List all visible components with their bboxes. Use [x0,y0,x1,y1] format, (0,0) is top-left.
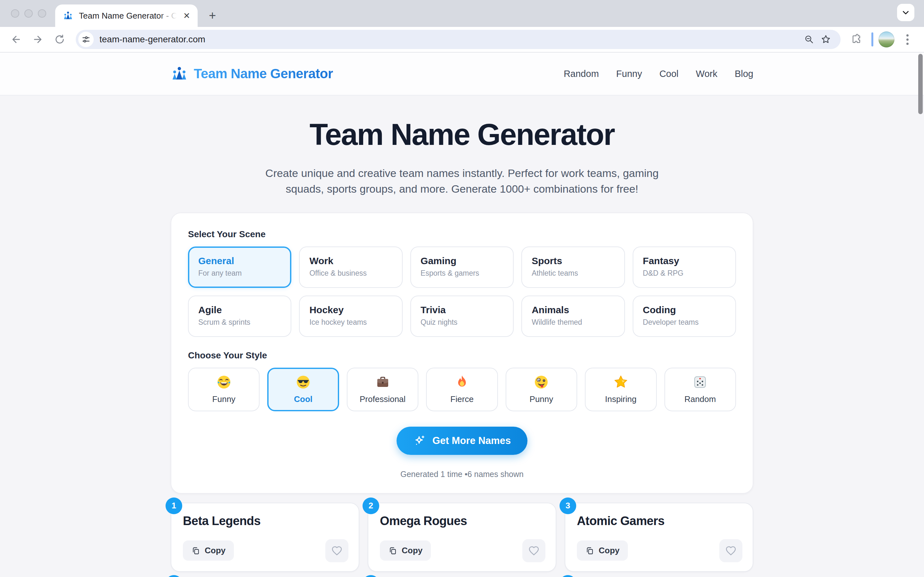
tab-search-button[interactable] [897,4,914,21]
extensions-puzzle-icon[interactable] [847,30,866,49]
favorite-button[interactable] [325,539,349,562]
browser-window: Team Name Generator - Creat ✕ + team-nam… [0,0,924,577]
nav-link-funny[interactable]: Funny [616,69,642,79]
page-scrollbar[interactable] [918,54,923,114]
sunglasses-face-emoji-icon [296,374,311,390]
reload-button[interactable] [50,30,69,49]
nav-link-cool[interactable]: Cool [659,69,678,79]
result-number-badge: 2 [363,498,379,514]
scene-card-agile[interactable]: Agile Scrum & sprints [188,295,291,337]
copy-icon [388,546,397,555]
site-header: Team Name Generator Random Funny Cool Wo… [0,53,924,95]
scene-grid: General For any team Work Office & busin… [188,247,736,337]
scene-card-work[interactable]: Work Office & business [299,247,402,288]
scene-card-coding[interactable]: Coding Developer teams [633,295,736,337]
site-nav: Random Funny Cool Work Blog [564,69,753,79]
site-favicon-icon [63,11,73,21]
new-tab-button[interactable]: + [203,6,222,25]
scene-card-animals[interactable]: Animals Wildlife themed [521,295,625,337]
favorite-button[interactable] [522,539,545,562]
browser-toolbar: team-name-generator.com [0,27,924,53]
nav-link-work[interactable]: Work [696,69,717,79]
style-button-cool[interactable]: Cool [267,367,339,411]
site-settings-icon[interactable] [78,32,94,47]
result-number-badge: 4 [166,575,182,577]
copy-icon [191,546,200,555]
results-grid: 1 Beta Legends Copy 2 Omega Rogues [171,503,753,577]
scene-section-label: Select Your Scene [188,229,736,239]
browser-menu-icon[interactable] [900,32,915,47]
scene-card-sports[interactable]: Sports Athletic teams [521,247,625,288]
back-button[interactable] [6,30,26,49]
dice-emoji-icon [692,374,708,390]
site-logo-text: Team Name Generator [194,66,333,81]
page-subtitle: Create unique and creative team names in… [260,165,664,197]
result-card: 2 Omega Rogues Copy [368,503,556,572]
copy-button[interactable]: Copy [380,540,431,561]
tab-bar: Team Name Generator - Creat ✕ + [0,0,924,27]
laughing-face-emoji-icon [216,374,232,390]
tab-title-fade [159,7,181,24]
generator-panel: Select Your Scene General For any team W… [171,213,753,494]
style-button-inspiring[interactable]: Inspiring [585,367,656,411]
browser-tab[interactable]: Team Name Generator - Creat ✕ [55,5,198,27]
nav-link-random[interactable]: Random [564,69,599,79]
minimize-window-button[interactable] [24,9,33,18]
team-name: Atomic Gamers [577,514,741,528]
star-emoji-icon [613,374,628,390]
page-viewport: Team Name Generator Random Funny Cool Wo… [0,53,924,577]
style-button-funny[interactable]: Funny [188,367,260,411]
window-controls [0,0,55,27]
site-logo[interactable]: Team Name Generator [171,65,333,82]
team-name: Omega Rogues [380,514,544,528]
page-title: Team Name Generator [0,117,924,152]
nav-link-blog[interactable]: Blog [735,69,753,79]
style-button-fierce[interactable]: Fierce [426,367,498,411]
tab-group-indicator [871,32,873,47]
copy-icon [585,546,594,555]
zoom-window-button[interactable] [38,9,46,18]
result-number-badge: 1 [166,498,182,514]
address-bar[interactable]: team-name-generator.com [76,30,841,49]
result-number-badge: 6 [559,575,576,577]
scene-card-fantasy[interactable]: Fantasy D&D & RPG [633,247,736,288]
bookmark-star-icon[interactable] [817,31,834,48]
style-button-random[interactable]: Random [664,367,736,411]
result-number-badge: 3 [559,498,576,514]
copy-button[interactable]: Copy [183,540,234,561]
copy-button[interactable]: Copy [577,540,628,561]
generation-status: Generated 1 time •6 names shown [188,470,736,479]
result-number-badge: 5 [363,575,379,577]
scene-card-trivia[interactable]: Trivia Quiz nights [410,295,514,337]
scene-card-general[interactable]: General For any team [188,247,291,288]
style-button-professional[interactable]: Professional [347,367,418,411]
style-section-label: Choose Your Style [188,350,736,361]
zany-face-emoji-icon [533,374,549,390]
get-more-names-button[interactable]: Get More Names [397,427,528,455]
forward-button[interactable] [28,30,47,49]
profile-avatar[interactable] [879,31,895,47]
style-grid: Funny Cool [188,367,736,411]
tab-close-icon[interactable]: ✕ [181,10,192,21]
favorite-button[interactable] [719,539,742,562]
style-button-punny[interactable]: Punny [506,367,577,411]
heart-icon [528,545,540,557]
url-text[interactable]: team-name-generator.com [99,34,801,45]
fire-emoji-icon [454,374,470,390]
scene-card-gaming[interactable]: Gaming Esports & gamers [410,247,514,288]
heart-icon [331,545,343,557]
briefcase-emoji-icon [375,374,391,390]
toolbar-right [847,30,918,49]
get-more-names-label: Get More Names [433,435,511,446]
hero-section: Team Name Generator Create unique and cr… [0,117,924,197]
scene-card-hockey[interactable]: Hockey Ice hockey teams [299,295,402,337]
chevron-down-icon [901,8,910,17]
sparkle-icon [413,434,426,447]
result-card: 1 Beta Legends Copy [171,503,359,572]
close-window-button[interactable] [11,9,19,18]
zoom-out-icon[interactable] [801,31,817,48]
heart-icon [725,545,737,557]
team-logo-icon [171,65,188,82]
team-name: Beta Legends [183,514,347,528]
result-card: 3 Atomic Gamers Copy [565,503,753,572]
